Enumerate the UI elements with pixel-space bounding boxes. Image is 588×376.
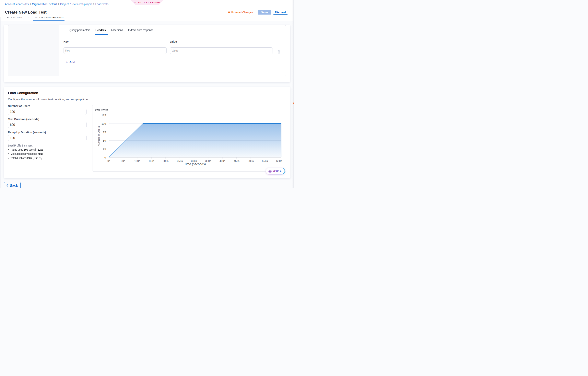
svg-text:350s: 350s bbox=[205, 159, 211, 162]
svg-text:100: 100 bbox=[101, 122, 106, 125]
svg-text:600s: 600s bbox=[276, 159, 282, 162]
svg-text:450s: 450s bbox=[234, 159, 240, 162]
svg-text:500s: 500s bbox=[248, 159, 254, 162]
svg-text:100s: 100s bbox=[134, 159, 140, 162]
svg-text:75: 75 bbox=[103, 131, 106, 134]
svg-text:250s: 250s bbox=[177, 159, 183, 162]
svg-text:125: 125 bbox=[101, 114, 106, 117]
svg-text:50: 50 bbox=[103, 139, 106, 142]
svg-text:0s: 0s bbox=[107, 159, 110, 162]
svg-text:200s: 200s bbox=[163, 159, 168, 162]
svg-text:550s: 550s bbox=[262, 159, 268, 162]
svg-text:150s: 150s bbox=[148, 159, 154, 162]
svg-text:0: 0 bbox=[104, 156, 106, 159]
svg-text:Time (seconds): Time (seconds) bbox=[184, 162, 206, 166]
svg-text:300s: 300s bbox=[191, 159, 197, 162]
svg-text:Number of Users: Number of Users bbox=[97, 126, 100, 146]
svg-text:50s: 50s bbox=[121, 159, 125, 162]
svg-text:25: 25 bbox=[103, 147, 106, 150]
svg-text:400s: 400s bbox=[220, 159, 225, 162]
